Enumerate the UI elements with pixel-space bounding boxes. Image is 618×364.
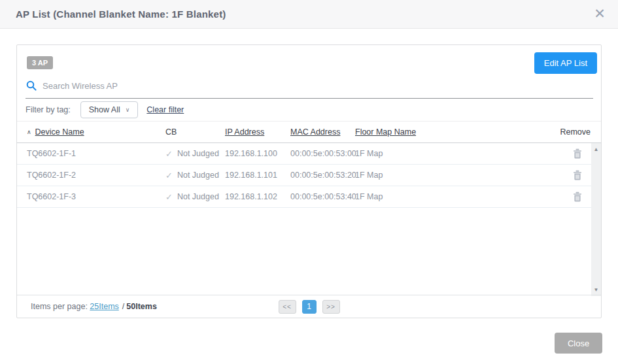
table-scroll-region: TQ6602-1F-1 ✓ Not Judged 192.168.1.100 0… [17,143,601,296]
search-bar [26,76,593,99]
mac-address-cell: 00:00:5e:00:53:00 [290,149,355,158]
next-page-button[interactable]: >> [322,300,340,314]
table-row[interactable]: TQ6602-1F-3 ✓ Not Judged 192.168.1.102 0… [17,186,591,208]
cb-status-cell: ✓ Not Judged [165,192,225,202]
items-per-page-label: Items per page: [31,302,88,311]
device-name-cell: TQ6602-1F-2 [27,171,165,180]
table-row[interactable]: TQ6602-1F-1 ✓ Not Judged 192.168.1.100 0… [17,143,591,165]
edit-ap-list-button[interactable]: Edit AP List [534,52,597,74]
close-button[interactable]: Close [555,333,602,354]
scroll-down-icon[interactable]: ▼ [591,285,601,295]
pager: << 1 >> [279,300,340,314]
ap-list-panel: 3 AP Edit AP List Filter by tag: Show Al… [16,44,602,318]
close-icon[interactable]: ✕ [590,4,609,24]
tag-filter-value: Show All [89,105,120,114]
column-header-remove: Remove [479,127,601,137]
table-header-row: ∧ Device Name CB IP Address MAC Address … [17,122,601,143]
remove-cell [479,170,591,180]
items-per-page-separator: / [122,302,124,311]
scroll-up-icon[interactable]: ▲ [591,144,601,154]
cb-status-cell: ✓ Not Judged [165,149,225,159]
trash-icon[interactable] [573,191,582,202]
floor-map-cell: 1F Map [355,171,479,180]
ap-list-modal: AP List (Channel Blanket Name: 1F Blanke… [0,0,618,364]
check-icon: ✓ [165,149,173,159]
check-icon: ✓ [165,192,173,202]
prev-page-button[interactable]: << [279,300,296,314]
check-icon: ✓ [165,171,173,180]
ip-address-cell: 192.168.1.101 [225,171,290,180]
column-header-mac-address[interactable]: MAC Address [290,127,355,137]
cb-status-cell: ✓ Not Judged [165,171,225,180]
chevron-down-icon: ∨ [126,107,130,113]
sort-asc-icon: ∧ [27,129,31,135]
column-header-ip-address[interactable]: IP Address [225,127,290,137]
search-icon [26,80,37,91]
column-header-device-name[interactable]: ∧ Device Name [27,127,165,137]
mac-address-cell: 00:00:5e:00:53:40 [290,192,355,201]
remove-cell [479,191,591,202]
items-per-page-max: 50Items [126,302,157,311]
modal-title: AP List (Channel Blanket Name: 1F Blanke… [16,8,226,20]
floor-map-cell: 1F Map [355,149,479,158]
current-page-button[interactable]: 1 [302,300,317,314]
device-name-cell: TQ6602-1F-1 [27,149,165,158]
tag-filter-dropdown[interactable]: Show All ∨ [80,101,139,118]
search-input[interactable] [43,81,593,91]
trash-icon[interactable] [573,170,582,180]
trash-icon[interactable] [573,148,582,159]
ap-count-badge: 3 AP [27,56,53,69]
clear-filter-link[interactable]: Clear filter [146,105,184,114]
table-row[interactable]: TQ6602-1F-2 ✓ Not Judged 192.168.1.101 0… [17,165,591,186]
modal-header: AP List (Channel Blanket Name: 1F Blanke… [0,0,618,29]
ip-address-cell: 192.168.1.102 [225,192,290,201]
column-header-cb: CB [165,127,225,137]
items-per-page-link[interactable]: 25Items [90,302,118,311]
vertical-scrollbar[interactable]: ▲ ▼ [591,143,601,296]
pagination-bar: Items per page: 25Items/50Items << 1 >> [17,295,601,318]
items-per-page: Items per page: 25Items/50Items [31,302,157,311]
mac-address-cell: 00:00:5e:00:53:20 [290,171,355,180]
device-name-cell: TQ6602-1F-3 [27,192,165,201]
filter-by-tag-label: Filter by tag: [26,105,71,114]
remove-cell [479,148,591,159]
table-body: TQ6602-1F-1 ✓ Not Judged 192.168.1.100 0… [17,143,591,208]
ip-address-cell: 192.168.1.100 [225,149,290,158]
floor-map-cell: 1F Map [355,192,479,201]
panel-toolbar: 3 AP Edit AP List [17,45,601,76]
filter-row: Filter by tag: Show All ∨ Clear filter [17,99,601,122]
column-header-floor-map-name[interactable]: Floor Map Name [355,127,479,137]
